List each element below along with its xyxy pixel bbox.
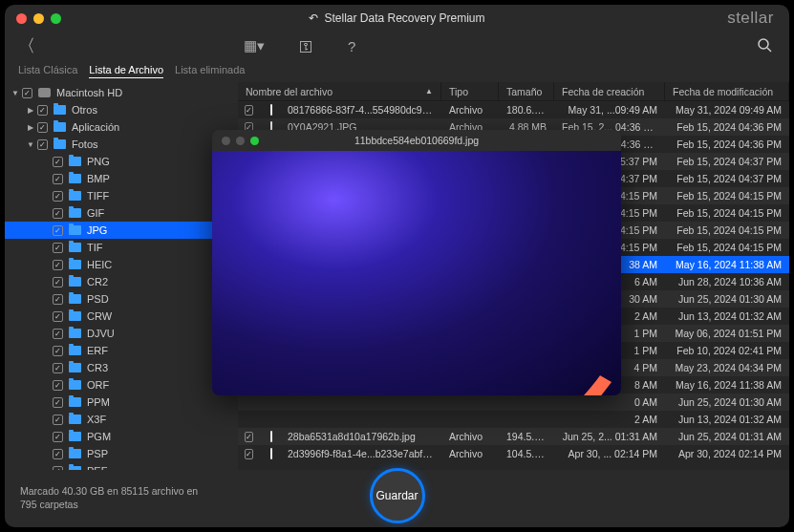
tree-item-png[interactable]: ✓PNG bbox=[5, 153, 238, 170]
checkbox[interactable]: ✓ bbox=[53, 294, 63, 305]
file-type: Archivo bbox=[441, 448, 499, 459]
checkbox[interactable]: ✓ bbox=[53, 449, 63, 459]
file-modified: Jun 13, 2024 01:32 AM bbox=[665, 310, 789, 322]
tree-item-bmp[interactable]: ✓BMP bbox=[5, 170, 238, 187]
column-headers: Nombre del archivo▲ Tipo Tamaño Fecha de… bbox=[238, 82, 789, 101]
file-row[interactable]: 0 AMJun 25, 2024 01:30 AM bbox=[238, 394, 789, 411]
checkbox[interactable]: ✓ bbox=[53, 277, 63, 287]
save-button[interactable]: Guardar bbox=[370, 468, 425, 523]
tree-item-psp[interactable]: ✓PSP bbox=[5, 445, 238, 462]
checkbox[interactable]: ✓ bbox=[22, 88, 32, 98]
checkbox[interactable]: ✓ bbox=[245, 105, 253, 116]
tree-item-aplicación[interactable]: ▶✓Aplicación bbox=[5, 118, 238, 136]
file-row[interactable]: ✓08176866-83f7-4...554980dc922.jpgArchiv… bbox=[238, 101, 789, 118]
col-modified[interactable]: Fecha de modificación bbox=[665, 82, 789, 100]
folder-icon bbox=[69, 329, 81, 338]
tree-item-fotos[interactable]: ▼✓Fotos bbox=[5, 136, 238, 153]
disclosure-icon[interactable]: ▶ bbox=[26, 106, 35, 115]
checkbox[interactable]: ✓ bbox=[53, 191, 63, 202]
checkbox[interactable]: ✓ bbox=[53, 329, 63, 339]
checkbox[interactable]: ✓ bbox=[53, 363, 63, 373]
tree-item-psd[interactable]: ✓PSD bbox=[5, 290, 238, 308]
tree-label: TIF bbox=[87, 242, 103, 253]
preview-window[interactable]: 11bbdce584eb010669fd.jpg bbox=[212, 130, 621, 395]
checkbox[interactable]: ✓ bbox=[53, 380, 63, 391]
tree-item-crw[interactable]: ✓CRW bbox=[5, 308, 238, 325]
checkbox[interactable]: ✓ bbox=[245, 432, 253, 442]
minimize-icon[interactable] bbox=[236, 137, 245, 145]
tree-item-cr2[interactable]: ✓CR2 bbox=[5, 273, 238, 290]
tree-item-jpg[interactable]: ✓JPG bbox=[5, 222, 238, 239]
checkbox[interactable]: ✓ bbox=[37, 139, 48, 150]
checkbox[interactable]: ✓ bbox=[53, 260, 63, 270]
tab-deleted-list[interactable]: Lista eliminada bbox=[175, 64, 245, 78]
checkbox[interactable]: ✓ bbox=[53, 157, 63, 167]
tree-item-macintosh-hd[interactable]: ▼✓Macintosh HD bbox=[5, 84, 238, 101]
checkbox[interactable]: ✓ bbox=[37, 122, 48, 133]
tree-item-tif[interactable]: ✓TIF bbox=[5, 239, 238, 256]
checkbox[interactable]: ✓ bbox=[53, 174, 63, 184]
tree-item-pgm[interactable]: ✓PGM bbox=[5, 428, 238, 445]
checkbox[interactable]: ✓ bbox=[53, 432, 63, 442]
folder-icon bbox=[54, 139, 66, 149]
tree-item-otros[interactable]: ▶✓Otros bbox=[5, 101, 238, 118]
col-name[interactable]: Nombre del archivo▲ bbox=[238, 82, 441, 100]
tree-item-x3f[interactable]: ✓X3F bbox=[5, 411, 238, 428]
file-created: Jun 25, 2... 01:31 AM bbox=[554, 431, 665, 442]
tab-file-list[interactable]: Lista de Archivo bbox=[89, 64, 163, 78]
tree-label: PGM bbox=[87, 431, 111, 442]
preview-titlebar: 11bbdce584eb010669fd.jpg bbox=[212, 130, 621, 151]
checkbox[interactable]: ✓ bbox=[53, 397, 63, 408]
close-icon[interactable] bbox=[16, 13, 27, 24]
document-icon bbox=[270, 431, 272, 442]
col-type[interactable]: Tipo bbox=[441, 82, 499, 100]
tab-classic-list[interactable]: Lista Clásica bbox=[18, 64, 77, 78]
tree-item-heic[interactable]: ✓HEIC bbox=[5, 256, 238, 273]
checkbox[interactable]: ✓ bbox=[53, 415, 63, 425]
tree-label: TIFF bbox=[87, 190, 109, 202]
app-title-text: Stellar Data Recovery Premium bbox=[324, 11, 484, 25]
close-icon[interactable] bbox=[222, 137, 230, 145]
help-icon[interactable]: ? bbox=[348, 38, 355, 54]
file-modified: Feb 15, 2024 04:36 PM bbox=[665, 121, 789, 133]
checkbox[interactable]: ✓ bbox=[53, 225, 63, 236]
tree-label: Fotos bbox=[72, 138, 98, 150]
folder-icon bbox=[54, 105, 66, 115]
maximize-icon[interactable] bbox=[51, 13, 61, 24]
checkbox[interactable]: ✓ bbox=[53, 311, 63, 322]
maximize-icon[interactable] bbox=[250, 137, 259, 145]
file-modified: May 06, 2024 01:51 PM bbox=[665, 328, 789, 339]
tree-item-pef[interactable]: ✓PEF bbox=[5, 462, 238, 470]
sort-asc-icon: ▲ bbox=[425, 87, 433, 96]
file-row[interactable]: ✓28ba6531a8d10a17962b.jpgArchivo194.5...… bbox=[238, 428, 789, 445]
checkbox[interactable]: ✓ bbox=[53, 346, 63, 356]
key-icon[interactable]: ⚿ bbox=[299, 38, 313, 54]
tree-item-orf[interactable]: ✓ORF bbox=[5, 376, 238, 394]
checkbox[interactable]: ✓ bbox=[53, 243, 63, 253]
file-row[interactable]: 2 AMJun 13, 2024 01:32 AM bbox=[238, 411, 789, 428]
view-tabs: Lista Clásica Lista de Archivo Lista eli… bbox=[5, 60, 258, 82]
file-row[interactable]: ✓2d3996f9-f8a1-4e...b233e7abf760.jpgArch… bbox=[238, 445, 789, 462]
back-button[interactable]: 〈 bbox=[18, 34, 35, 57]
folder-icon bbox=[69, 432, 81, 441]
checkbox[interactable]: ✓ bbox=[245, 449, 253, 459]
checkbox[interactable]: ✓ bbox=[53, 208, 63, 219]
tree-item-tiff[interactable]: ✓TIFF bbox=[5, 187, 238, 204]
document-icon bbox=[270, 448, 272, 459]
file-modified: May 23, 2024 04:34 PM bbox=[665, 362, 789, 373]
tree-item-djvu[interactable]: ✓DJVU bbox=[5, 325, 238, 342]
tree-item-cr3[interactable]: ✓CR3 bbox=[5, 359, 238, 376]
tree-item-erf[interactable]: ✓ERF bbox=[5, 342, 238, 359]
disclosure-icon[interactable]: ▶ bbox=[26, 123, 35, 132]
col-created[interactable]: Fecha de creación bbox=[554, 82, 665, 100]
tree-item-ppm[interactable]: ✓PPM bbox=[5, 394, 238, 411]
minimize-icon[interactable] bbox=[33, 13, 44, 24]
grid-view-icon[interactable]: ▦▾ bbox=[244, 37, 265, 54]
tree-item-gif[interactable]: ✓GIF bbox=[5, 204, 238, 222]
col-size[interactable]: Tamaño bbox=[499, 82, 554, 100]
disclosure-icon[interactable]: ▼ bbox=[11, 89, 20, 97]
disclosure-icon[interactable]: ▼ bbox=[26, 140, 35, 149]
checkbox[interactable]: ✓ bbox=[37, 105, 48, 116]
svg-line-1 bbox=[767, 48, 771, 52]
search-icon[interactable] bbox=[757, 37, 772, 55]
